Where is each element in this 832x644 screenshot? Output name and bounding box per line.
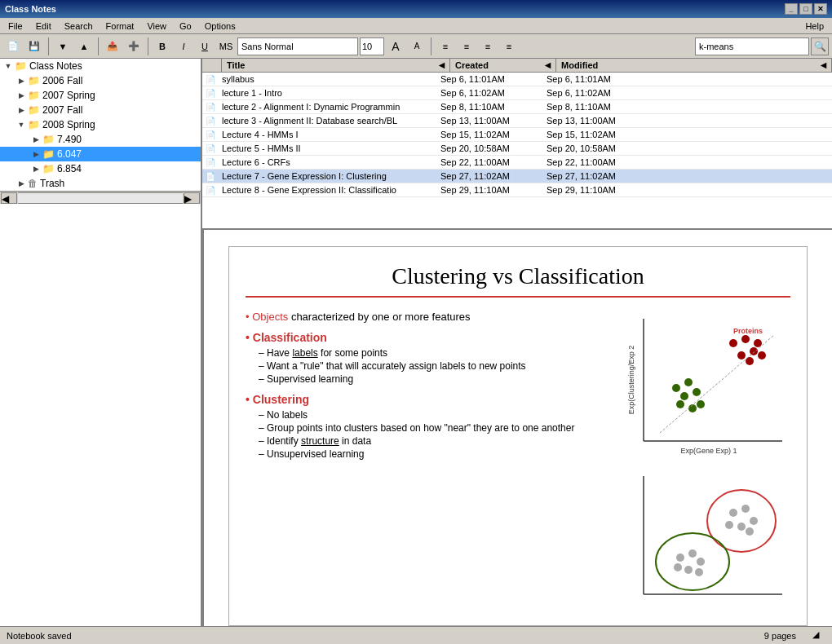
folder-icon-2007spring: 📁	[28, 90, 40, 101]
menu-search[interactable]: Search	[60, 20, 98, 32]
doc-icon: 📄	[206, 103, 215, 112]
search-button[interactable]: 🔍	[811, 37, 829, 55]
folder-icon-2006fall: 📁	[28, 75, 40, 86]
note-modified-cell: Sep 15, 11:02AM	[543, 129, 832, 140]
menu-go[interactable]: Go	[175, 20, 197, 32]
export-button[interactable]: 📤	[103, 37, 122, 56]
table-row[interactable]: 📄 Lecture 5 - HMMs II Sep 20, 10:58AM Se…	[202, 142, 832, 156]
expander-7490[interactable]: ▶	[29, 133, 42, 146]
sort-arrow-title: ◀	[439, 61, 445, 69]
sub-no-labels: No labels	[259, 409, 614, 421]
ms-button[interactable]: MS	[216, 37, 236, 56]
menubar: File Edit Search Format View Go Options …	[0, 18, 832, 34]
expander-2006fall[interactable]: ▶	[15, 74, 28, 87]
import-button[interactable]: ➕	[124, 37, 144, 56]
justify-button[interactable]: ≡	[499, 37, 519, 56]
svg-text:Exp(Gene Exp) 1: Exp(Gene Exp) 1	[680, 447, 737, 455]
col-title-label: Title	[227, 60, 245, 70]
menu-view[interactable]: View	[142, 20, 171, 32]
align-left-button[interactable]: ≡	[436, 37, 455, 56]
sidebar-item-6047[interactable]: ▶ 📁 6.047	[0, 147, 201, 161]
grow-font-button[interactable]: A	[386, 37, 405, 56]
expander-root[interactable]: ▼	[2, 60, 15, 73]
sidebar-item-2008spring[interactable]: ▼ 📁 2008 Spring	[0, 117, 201, 132]
fontsize-selector[interactable]	[360, 37, 384, 55]
slide-body: • Objects characterized by one or more f…	[246, 311, 790, 609]
sidebar-item-2007fall[interactable]: ▶ 📁 2007 Fall	[0, 103, 201, 117]
resize-handle[interactable]: ◢	[812, 629, 825, 642]
doc-icon: 📄	[206, 130, 215, 139]
expander-2007fall[interactable]: ▶	[15, 104, 28, 117]
toolbar-sep2	[98, 37, 99, 55]
table-row[interactable]: 📄 Lecture 8 - Gene Expression II: Classi…	[202, 183, 832, 197]
italic-button[interactable]: I	[174, 37, 193, 56]
maximize-button[interactable]: □	[799, 3, 812, 15]
shrink-font-button[interactable]: A	[407, 37, 427, 56]
svg-point-27	[725, 521, 733, 529]
table-row[interactable]: 📄 Lecture 7 - Gene Expression I: Cluster…	[202, 170, 832, 183]
menu-file[interactable]: File	[3, 20, 28, 32]
table-row[interactable]: 📄 Lecture 6 - CRFs Sep 22, 11:00AM Sep 2…	[202, 156, 832, 170]
svg-point-25	[750, 517, 758, 525]
scroll-right-btn[interactable]: ▶	[184, 192, 200, 204]
minimize-button[interactable]: _	[785, 3, 798, 15]
bold-button[interactable]: B	[153, 37, 172, 56]
menu-format[interactable]: Format	[101, 20, 139, 32]
note-created-cell: Sep 22, 11:00AM	[437, 157, 543, 168]
svg-point-6	[741, 335, 750, 343]
sidebar-item-6854[interactable]: ▶ 📁 6.854	[0, 161, 201, 176]
svg-point-8	[737, 351, 746, 359]
table-row[interactable]: 📄 lecture 3 - Alignment II: Database sea…	[202, 114, 832, 128]
title-text: Class Notes	[5, 4, 56, 14]
svg-point-16	[697, 400, 705, 408]
new-button[interactable]: 📄	[3, 37, 23, 56]
svg-text:Exp(Clustering/Exp 2: Exp(Clustering/Exp 2	[627, 346, 635, 415]
expander-2007spring[interactable]: ▶	[15, 89, 28, 102]
note-preview[interactable]: Clustering vs Classification • Objects c…	[202, 230, 832, 626]
menu-help[interactable]: Help	[800, 20, 829, 32]
note-modified-cell: Sep 13, 11:00AM	[543, 115, 832, 126]
search-input[interactable]	[695, 37, 809, 55]
font-selector[interactable]	[237, 37, 358, 55]
menu-edit[interactable]: Edit	[31, 20, 56, 32]
sidebar-item-trash[interactable]: ▶ 🗑 Trash	[0, 176, 201, 191]
scroll-left-btn[interactable]: ◀	[1, 192, 17, 204]
sidebar-item-7490[interactable]: ▶ 📁 7.490	[0, 132, 201, 147]
notelist-col-created[interactable]: Created ◀	[450, 59, 556, 72]
note-created-cell: Sep 29, 11:10AM	[437, 184, 543, 196]
close-button[interactable]: ✕	[814, 3, 827, 15]
note-modified-cell: Sep 8, 11:10AM	[543, 101, 832, 112]
expander-6047[interactable]: ▶	[29, 148, 42, 161]
sort-arrow-modified: ◀	[821, 61, 826, 69]
align-right-button[interactable]: ≡	[478, 37, 498, 56]
sidebar: ▼ 📁 Class Notes ▶ 📁 2006 Fall ▶ 📁 2007 S…	[0, 59, 202, 626]
expander-6854[interactable]: ▶	[29, 162, 42, 175]
svg-point-34	[695, 568, 703, 576]
main-layout: ▼ 📁 Class Notes ▶ 📁 2006 Fall ▶ 📁 2007 S…	[0, 59, 832, 626]
sidebar-item-2006fall[interactable]: ▶ 📁 2006 Fall	[0, 73, 201, 88]
notelist-col-title[interactable]: Title ◀	[222, 59, 450, 72]
bullet-clustering: • Clustering	[246, 393, 614, 406]
table-row[interactable]: 📄 lecture 1 - Intro Sep 6, 11:02AM Sep 6…	[202, 86, 832, 100]
sidebar-label-2007spring: 2007 Spring	[42, 90, 95, 101]
sidebar-item-root[interactable]: ▼ 📁 Class Notes	[0, 59, 201, 73]
table-row[interactable]: 📄 syllabus Sep 6, 11:01AM Sep 6, 11:01AM	[202, 73, 832, 86]
expander-2008spring[interactable]: ▼	[15, 118, 28, 131]
sidebar-hscrollbar[interactable]: ◀ ▶	[0, 191, 201, 204]
doc-icon: 📄	[206, 186, 215, 195]
notelist-col-modified[interactable]: Modified ◀	[556, 59, 832, 72]
doc-icon: 📄	[206, 75, 215, 84]
up-button[interactable]: ▲	[74, 37, 94, 56]
save-button[interactable]: 💾	[24, 37, 44, 56]
doc-icon: 📄	[206, 89, 215, 98]
table-row[interactable]: 📄 Lecture 4 - HMMs I Sep 15, 11:02AM Sep…	[202, 128, 832, 142]
down-button[interactable]: ▼	[53, 37, 73, 56]
svg-point-32	[697, 558, 705, 566]
table-row[interactable]: 📄 lecture 2 - Alignment I: Dynamic Progr…	[202, 100, 832, 114]
sort-arrow-created: ◀	[545, 61, 551, 69]
sidebar-item-2007spring[interactable]: ▶ 📁 2007 Spring	[0, 88, 201, 103]
expander-trash[interactable]: ▶	[15, 177, 28, 190]
menu-options[interactable]: Options	[200, 20, 241, 32]
align-center-button[interactable]: ≡	[457, 37, 476, 56]
underline-button[interactable]: U	[195, 37, 215, 56]
